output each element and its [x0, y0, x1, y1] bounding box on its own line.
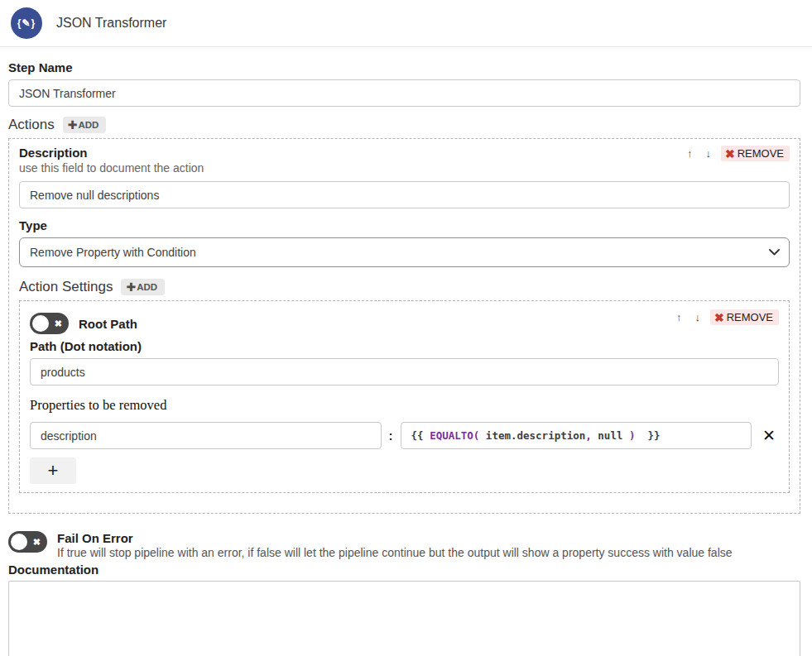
- action-setting-panel: ✖ Root Path ↑ ↓ ✖ REMOVE Path (Dot notat…: [19, 300, 790, 493]
- remove-x-icon: ✖: [725, 148, 735, 160]
- step-name-input[interactable]: [8, 79, 800, 107]
- add-property-button[interactable]: +: [30, 457, 76, 484]
- toggle-off-x-icon: ✖: [55, 319, 62, 328]
- property-key-input[interactable]: [30, 422, 382, 449]
- toggle-off-x-icon: ✖: [33, 538, 41, 547]
- action-settings-label: Action Settings: [19, 279, 113, 295]
- fail-on-error-hint: If true will stop pipeline with an error…: [57, 546, 733, 559]
- path-input[interactable]: [30, 358, 779, 385]
- action-type-select[interactable]: Remove Property with Condition: [19, 237, 790, 267]
- toggle-knob: [32, 315, 49, 332]
- documentation-label: Documentation: [8, 563, 800, 577]
- action-description-label: Description: [19, 146, 204, 160]
- actions-section-header: Actions ✚ ADD: [8, 117, 800, 133]
- move-action-down-button[interactable]: ↓: [702, 146, 714, 161]
- remove-action-button[interactable]: ✖ REMOVE: [721, 146, 790, 161]
- remove-setting-button[interactable]: ✖ REMOVE: [710, 309, 779, 325]
- move-setting-up-button[interactable]: ↑: [673, 310, 685, 325]
- setting-controls: ↑ ↓ ✖ REMOVE: [673, 309, 779, 325]
- root-path-toggle[interactable]: ✖: [30, 313, 69, 334]
- properties-to-be-removed-label: Properties to be removed: [30, 397, 779, 414]
- property-row: : {{ EQUALTO( item.description, null ) }…: [30, 422, 779, 449]
- move-action-up-button[interactable]: ↑: [684, 146, 696, 161]
- add-action-setting-button-label: ADD: [137, 282, 157, 292]
- page-title: JSON Transformer: [56, 16, 166, 31]
- json-transformer-icon: {✎}: [11, 7, 42, 39]
- remove-action-button-label: REMOVE: [738, 147, 784, 160]
- action-type-label: Type: [19, 218, 790, 232]
- step-header: {✎} JSON Transformer: [0, 0, 812, 47]
- fail-on-error-row: ✖ Fail On Error If true will stop pipeli…: [8, 531, 800, 559]
- remove-setting-button-label: REMOVE: [727, 311, 773, 323]
- action-settings-header: Action Settings ✚ ADD: [19, 279, 790, 295]
- action-panel: Description use this field to document t…: [8, 138, 800, 514]
- delete-property-button[interactable]: ✕: [759, 428, 779, 443]
- remove-x-icon: ✖: [714, 312, 724, 323]
- action-description-input[interactable]: [19, 181, 790, 208]
- add-action-setting-button[interactable]: ✚ ADD: [121, 279, 165, 295]
- documentation-textarea[interactable]: [8, 581, 800, 656]
- plus-icon: ✚: [68, 119, 78, 131]
- add-action-button[interactable]: ✚ ADD: [63, 117, 107, 133]
- step-config-form: Step Name Actions ✚ ADD Description use …: [0, 60, 812, 656]
- key-value-separator: :: [389, 429, 393, 443]
- action-description-hint: use this field to document the action: [19, 161, 204, 175]
- step-name-label: Step Name: [8, 60, 800, 74]
- toggle-knob: [11, 534, 27, 550]
- property-condition-input[interactable]: {{ EQUALTO( item.description, null ) }}: [401, 422, 752, 449]
- path-label: Path (Dot notation): [30, 339, 779, 353]
- move-setting-down-button[interactable]: ↓: [691, 310, 704, 325]
- fail-on-error-toggle[interactable]: ✖: [8, 531, 47, 553]
- action-controls: ↑ ↓ ✖ REMOVE: [684, 146, 790, 161]
- plus-icon: ✚: [126, 281, 136, 293]
- fail-on-error-label: Fail On Error: [57, 531, 733, 545]
- root-path-label: Root Path: [79, 317, 137, 331]
- add-action-button-label: ADD: [78, 120, 98, 130]
- actions-label: Actions: [8, 117, 55, 133]
